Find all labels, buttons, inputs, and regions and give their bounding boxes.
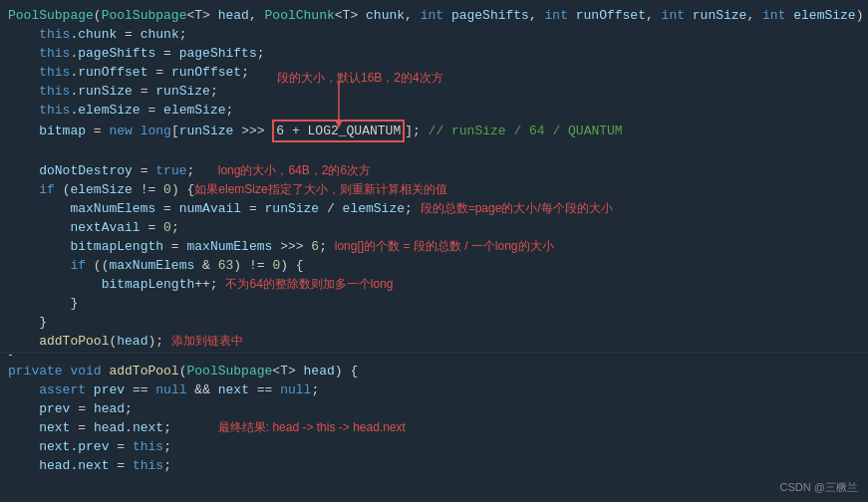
watermark: CSDN @三橛兰 <box>780 480 858 495</box>
bottom-line-4: next = head.next; 最终结果: head -> this -> … <box>8 418 860 437</box>
code-line-8 <box>8 142 860 161</box>
top-code-section: PoolSubpage(PoolSubpage<T> head, PoolChu… <box>0 0 868 354</box>
code-line-15: bitmapLength++; 不为64的整除数则加多一个long <box>8 275 860 294</box>
bottom-line-2: assert prev == null && next == null; <box>8 380 860 399</box>
code-line-12: nextAvail = 0; <box>8 218 860 237</box>
code-line-7: bitmap = new long[runSize >>> 6 + LOG2_Q… <box>8 120 860 142</box>
code-line-14: if ((maxNumElems & 63) != 0) { <box>8 256 860 275</box>
code-line-1: PoolSubpage(PoolSubpage<T> head, PoolChu… <box>8 6 860 25</box>
bottom-line-5: next.prev = this; <box>8 437 860 456</box>
code-line-9: doNotDestroy = true; long的大小，64B，2的6次方 <box>8 161 860 180</box>
bottom-line-3: prev = head; <box>8 399 860 418</box>
code-line-11: maxNumElems = numAvail = runSize / elemS… <box>8 199 860 218</box>
code-line-2: this.chunk = chunk; <box>8 25 860 44</box>
code-line-5: this.runSize = runSize; <box>8 82 860 101</box>
code-line-4: this.runOffset = runOffset; <box>8 63 860 82</box>
code-line-10: if (elemSize != 0) {如果elemSize指定了大小，则重新计… <box>8 180 860 199</box>
code-line-3: this.pageShifts = pageShifts; <box>8 44 860 63</box>
bottom-line-6: head.next = this; <box>8 456 860 475</box>
code-line-13: bitmapLength = maxNumElems >>> 6; long[]… <box>8 237 860 256</box>
code-line-6: this.elemSize = elemSize; <box>8 101 860 120</box>
code-line-18: addToPool(head); 添加到链表中 <box>8 332 860 351</box>
code-line-16: } <box>8 294 860 313</box>
code-line-17: } <box>8 313 860 332</box>
bottom-code-section: private void addToPool(PoolSubpage<T> he… <box>0 356 868 502</box>
bottom-line-1: private void addToPool(PoolSubpage<T> he… <box>8 362 860 380</box>
